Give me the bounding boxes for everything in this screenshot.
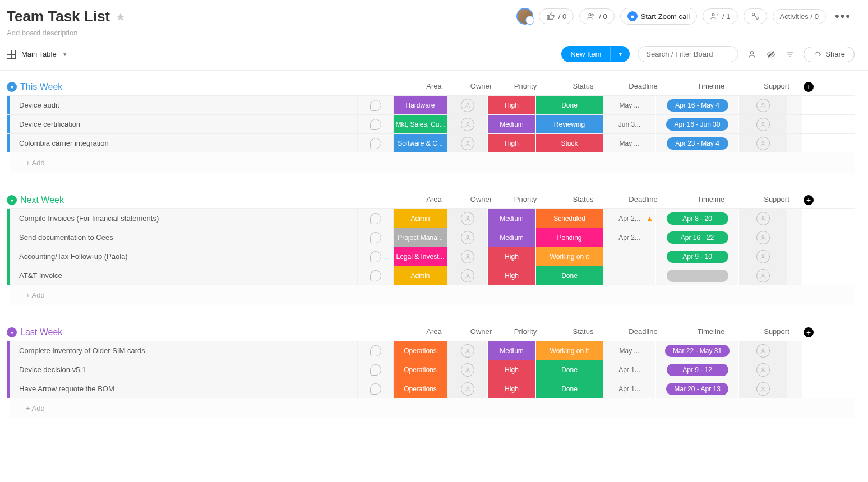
column-header[interactable]: Support (752, 195, 801, 205)
timeline-cell[interactable]: Apr 16 - 22 (656, 228, 739, 247)
table-row[interactable]: Device auditHardwareHighDoneMay ...Apr 1… (7, 95, 855, 114)
owner-cell[interactable] (447, 379, 488, 398)
priority-cell[interactable]: High (488, 247, 536, 266)
owner-cell[interactable] (447, 228, 488, 247)
row-title[interactable]: Send documentation to Cees (10, 228, 358, 247)
column-header[interactable]: Priority (501, 195, 550, 205)
owner-cell[interactable] (447, 341, 488, 360)
priority-cell[interactable]: High (488, 134, 536, 152)
deadline-cell[interactable]: Apr 2...▲ (603, 209, 656, 228)
owner-cell[interactable] (447, 360, 488, 379)
more-menu-icon[interactable]: ••• (832, 9, 855, 24)
avatar[interactable] (516, 8, 533, 25)
status-cell[interactable]: Stuck (536, 134, 603, 152)
area-cell[interactable]: Legal & Invest... (394, 247, 447, 266)
row-title[interactable]: Device audit (10, 96, 358, 114)
column-header[interactable]: Timeline (670, 327, 752, 337)
table-row[interactable]: Send documentation to CeesProject Mana..… (7, 228, 855, 247)
chat-cell[interactable] (358, 360, 394, 379)
members-pill[interactable]: / 1 (703, 8, 737, 24)
add-column-icon[interactable]: + (804, 195, 814, 205)
row-title[interactable]: Compile Invoices (For financial statemen… (10, 209, 358, 228)
add-item-row[interactable]: + Add (7, 285, 855, 305)
area-cell[interactable]: Operations (394, 341, 447, 360)
status-cell[interactable]: Done (536, 266, 603, 285)
column-header[interactable]: Deadline (617, 82, 670, 92)
column-header[interactable]: Owner (461, 82, 501, 92)
column-header[interactable]: Status (550, 195, 617, 205)
new-item-button[interactable]: New Item ▼ (561, 46, 630, 62)
support-cell[interactable] (739, 379, 787, 398)
view-switcher[interactable]: Main Table ▼ (7, 50, 68, 59)
support-cell[interactable] (739, 266, 787, 285)
follows-pill[interactable]: / 0 (579, 8, 614, 24)
row-title[interactable]: Device certification (10, 115, 358, 133)
priority-cell[interactable]: High (488, 96, 536, 114)
column-header[interactable]: Owner (461, 195, 501, 205)
priority-cell[interactable]: High (488, 360, 536, 379)
priority-cell[interactable]: Medium (488, 115, 536, 133)
support-cell[interactable] (739, 134, 787, 152)
column-header[interactable]: Priority (501, 327, 550, 337)
status-cell[interactable]: Done (536, 96, 603, 114)
deadline-cell[interactable]: Apr 2... (603, 228, 656, 247)
area-cell[interactable]: Mkt, Sales, Cu... (394, 115, 447, 133)
new-item-dropdown[interactable]: ▼ (610, 47, 630, 61)
timeline-cell[interactable]: - (656, 266, 739, 285)
support-cell[interactable] (739, 228, 787, 247)
sort-icon[interactable] (784, 49, 796, 60)
column-header[interactable]: Area (407, 195, 461, 205)
support-cell[interactable] (739, 341, 787, 360)
table-row[interactable]: Compile Invoices (For financial statemen… (7, 208, 855, 228)
timeline-cell[interactable]: Mar 22 - May 31 (656, 341, 739, 360)
star-icon[interactable]: ★ (116, 10, 126, 24)
column-header[interactable]: Status (550, 82, 617, 92)
row-title[interactable]: Colombia carrier integration (10, 134, 358, 152)
column-header[interactable]: Area (407, 82, 461, 92)
hide-icon[interactable] (765, 49, 777, 60)
group-title[interactable]: Last Week (20, 327, 407, 337)
chat-cell[interactable] (358, 266, 394, 285)
status-cell[interactable]: Done (536, 360, 603, 379)
support-cell[interactable] (739, 247, 787, 266)
owner-cell[interactable] (447, 266, 488, 285)
priority-cell[interactable]: High (488, 266, 536, 285)
chat-cell[interactable] (358, 341, 394, 360)
board-title[interactable]: Team Task List (7, 8, 110, 25)
chat-cell[interactable] (358, 115, 394, 133)
status-cell[interactable]: Done (536, 379, 603, 398)
status-cell[interactable]: Reviewing (536, 115, 603, 133)
owner-cell[interactable] (447, 115, 488, 133)
collapse-icon[interactable]: ▾ (7, 195, 17, 205)
table-row[interactable]: Device decision v5.1OperationsHighDoneAp… (7, 360, 855, 379)
deadline-cell[interactable]: May ... (603, 96, 656, 114)
add-item-label[interactable]: + Add (10, 285, 855, 305)
area-cell[interactable]: Admin (394, 266, 447, 285)
row-title[interactable]: Have Arrow requote the BOM (10, 379, 358, 398)
status-cell[interactable]: Working on it (536, 247, 603, 266)
timeline-cell[interactable]: Apr 9 - 12 (656, 360, 739, 379)
priority-cell[interactable]: Medium (488, 341, 536, 360)
chat-cell[interactable] (358, 379, 394, 398)
area-cell[interactable]: Operations (394, 360, 447, 379)
support-cell[interactable] (739, 96, 787, 114)
deadline-cell[interactable]: May ... (603, 134, 656, 152)
table-row[interactable]: Complete Inventory of Older SIM cardsOpe… (7, 341, 855, 360)
board-description[interactable]: Add board description (7, 29, 126, 37)
support-cell[interactable] (739, 209, 787, 228)
person-filter-icon[interactable] (746, 49, 758, 60)
deadline-cell[interactable]: Apr 1... (603, 360, 656, 379)
priority-cell[interactable]: Medium (488, 209, 536, 228)
status-cell[interactable]: Scheduled (536, 209, 603, 228)
column-header[interactable]: Owner (461, 327, 501, 337)
deadline-cell[interactable] (603, 247, 656, 266)
table-row[interactable]: Device certificationMkt, Sales, Cu...Med… (7, 114, 855, 133)
area-cell[interactable]: Project Mana... (394, 228, 447, 247)
timeline-cell[interactable]: Apr 8 - 20 (656, 209, 739, 228)
table-row[interactable]: AT&T InvoiceAdminHighDone- (7, 266, 855, 285)
chat-cell[interactable] (358, 228, 394, 247)
area-cell[interactable]: Admin (394, 209, 447, 228)
group-title[interactable]: This Week (20, 82, 407, 92)
add-item-label[interactable]: + Add (10, 152, 855, 173)
column-header[interactable]: Status (550, 327, 617, 337)
